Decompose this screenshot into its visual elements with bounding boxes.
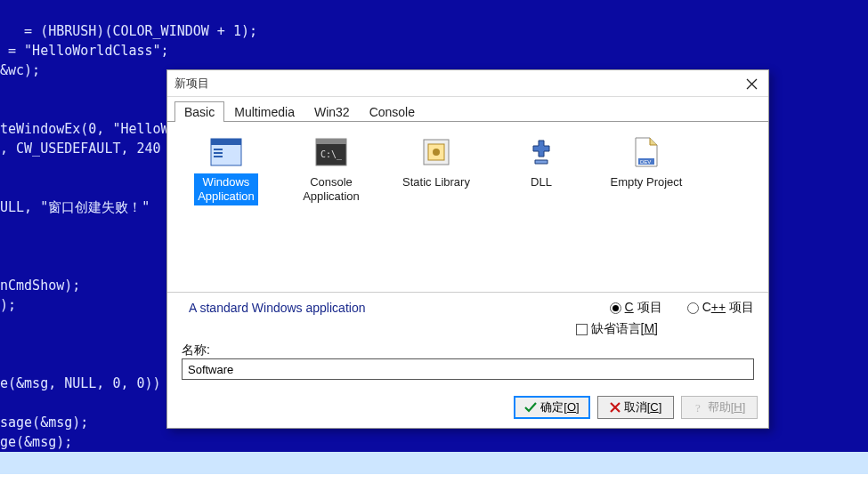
svg-text:DEV: DEV [640,159,651,165]
svg-text:C:\_: C:\_ [320,149,343,160]
template-static-library[interactable]: Static Library [392,131,481,191]
new-project-dialog: 新项目 Basic Multimedia Win32 Console Windo… [166,69,769,429]
template-empty-project[interactable]: DEV Empty Project [602,131,691,191]
template-label: DLL [527,173,556,191]
svg-rect-6 [316,139,346,144]
radio-c-project[interactable]: C 项目 [610,300,662,316]
project-name-input[interactable] [182,358,754,380]
svg-rect-2 [214,149,223,150]
template-label: Empty Project [607,173,686,191]
template-label: Console Application [299,173,363,205]
language-radio-group: C 项目 C++ 项目 [610,300,754,316]
dialog-title-bar: 新项目 [167,70,768,97]
radio-icon [610,302,621,314]
radio-cpp-project[interactable]: C++ 项目 [687,300,754,316]
help-icon: ? [694,401,704,414]
tab-basic[interactable]: Basic [174,101,224,122]
library-icon [418,134,454,170]
x-icon [610,402,621,413]
dll-icon [523,134,559,170]
status-strip [0,452,868,474]
template-label: Windows Application [194,173,258,205]
tab-multimedia[interactable]: Multimedia [224,101,304,122]
bottom-gutter [0,474,868,483]
svg-rect-3 [214,152,223,154]
checkbox-icon [576,324,588,335]
svg-rect-1 [211,139,241,145]
svg-rect-4 [214,156,223,157]
default-language-checkbox[interactable]: 缺省语言[M] [576,321,658,337]
tab-win32[interactable]: Win32 [304,101,360,122]
dialog-lower-panel: A standard Windows application C 项目 C++ … [167,292,768,389]
help-button: ? 帮助[H] [681,396,758,419]
name-label: 名称: [182,342,223,358]
template-description: A standard Windows application [182,301,610,315]
dialog-title: 新项目 [174,76,209,92]
window-icon [208,134,244,170]
template-label: Static Library [399,173,474,191]
svg-point-10 [433,149,440,156]
dialog-button-row: 确定[O] 取消[C] ? 帮助[H] [167,389,768,428]
check-icon [524,402,537,413]
template-windows-application[interactable]: Windows Application [182,131,271,205]
template-area: Windows Application C:\_ Console Applica… [167,122,768,292]
template-dll[interactable]: DLL [497,131,586,191]
close-icon [746,78,758,90]
svg-text:?: ? [695,401,701,414]
template-console-application[interactable]: C:\_ Console Application [287,131,376,205]
tab-console[interactable]: Console [360,101,425,122]
console-icon: C:\_ [313,134,349,170]
ok-button[interactable]: 确定[O] [514,396,590,419]
close-button[interactable] [742,74,761,93]
tab-row: Basic Multimedia Win32 Console [167,97,768,122]
cancel-button[interactable]: 取消[C] [597,396,674,419]
radio-icon [687,302,699,314]
file-icon: DEV [629,134,664,170]
